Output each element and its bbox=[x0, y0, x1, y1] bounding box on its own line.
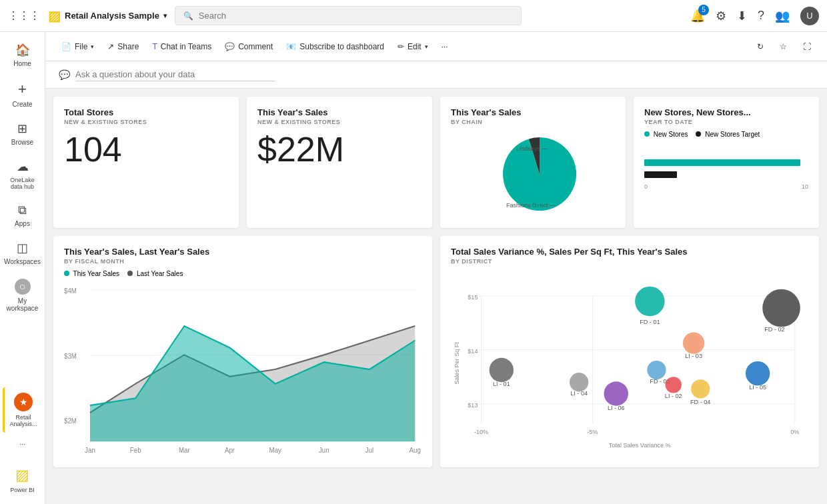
subscribe-button[interactable]: 📧 Subscribe to dashboard bbox=[281, 39, 389, 54]
fullscreen-button[interactable]: ⛶ bbox=[798, 39, 816, 54]
more-options-icon: ··· bbox=[442, 42, 448, 51]
teams-icon: T bbox=[152, 42, 157, 51]
bubble-li03[interactable] bbox=[683, 332, 704, 353]
dropdown-chevron-icon[interactable]: ▾ bbox=[163, 12, 167, 19]
pie-chart: Lindseys — Fashions Direct — bbox=[451, 131, 615, 217]
share-icon: ↗ bbox=[107, 42, 114, 51]
comment-button[interactable]: 💬 Comment bbox=[219, 39, 278, 54]
refresh-button[interactable]: ↻ bbox=[752, 39, 769, 54]
last-year-legend: Last Year Sales bbox=[127, 270, 183, 277]
new-stores-bars bbox=[644, 159, 808, 178]
bubble-fd03[interactable] bbox=[647, 361, 666, 379]
sidebar-item-apps-label: Apps bbox=[15, 220, 30, 227]
bubble-li04[interactable] bbox=[570, 373, 588, 391]
edit-chevron-icon: ▾ bbox=[425, 43, 428, 50]
sidebar-item-create[interactable]: + Create bbox=[3, 75, 43, 113]
bubble-fd02[interactable] bbox=[762, 289, 800, 327]
bubble-li06[interactable] bbox=[604, 381, 628, 405]
svg-text:Mar: Mar bbox=[179, 446, 190, 454]
workspaces-icon: ◫ bbox=[17, 241, 28, 255]
sales-by-chain-title: This Year's Sales bbox=[451, 107, 615, 117]
line-chart-svg: $4M $3M $2M Jan Feb Mar bbox=[64, 283, 422, 456]
svg-text:May: May bbox=[269, 446, 282, 454]
sidebar-item-onelake[interactable]: ☁ OneLake data hub bbox=[3, 154, 43, 195]
sidebar-item-home[interactable]: 🏠 Home bbox=[3, 37, 43, 73]
main-area: 📄 File ▾ ↗ Share T Chat in Teams 💬 Comme… bbox=[45, 32, 827, 504]
user-avatar[interactable]: U bbox=[800, 7, 819, 25]
svg-text:FD - 04: FD - 04 bbox=[690, 399, 710, 405]
new-stores-axis: 0 10 bbox=[644, 183, 808, 190]
onelake-icon: ☁ bbox=[17, 159, 29, 174]
sidebar-item-my-workspace[interactable]: ○ My workspace bbox=[3, 273, 43, 317]
bubble-li05[interactable] bbox=[746, 361, 770, 385]
my-workspace-icon: ○ bbox=[15, 279, 31, 295]
comment-icon: 💬 bbox=[225, 42, 235, 51]
new-stores-legend-item-1: New Stores bbox=[644, 131, 688, 138]
new-stores-bar bbox=[644, 159, 800, 166]
download-button[interactable]: ⬇ bbox=[737, 9, 747, 23]
svg-text:-5%: -5% bbox=[587, 429, 598, 435]
app-title[interactable]: ▨ Retail Analysis Sample ▾ bbox=[48, 8, 167, 24]
svg-text:$2M: $2M bbox=[64, 417, 77, 425]
share-label: Share bbox=[117, 42, 139, 51]
svg-text:Jul: Jul bbox=[365, 446, 373, 454]
bubble-fd01[interactable] bbox=[635, 287, 664, 316]
sales-line-legend: This Year Sales Last Year Sales bbox=[64, 270, 422, 277]
search-bar[interactable]: 🔍 bbox=[175, 6, 522, 25]
sales-line-card: This Year's Sales, Last Year's Sales BY … bbox=[53, 236, 432, 467]
settings-button[interactable]: ⚙ bbox=[716, 9, 726, 23]
new-stores-title: New Stores, New Stores... bbox=[644, 107, 808, 117]
total-stores-card: Total Stores NEW & EXISTING STORES 104 bbox=[53, 97, 239, 228]
file-chevron-icon: ▾ bbox=[91, 43, 94, 50]
nav-right-area: 🔔 5 ⚙ ⬇ ? 👥 U bbox=[690, 7, 819, 25]
sales-by-chain-subtitle: BY CHAIN bbox=[451, 119, 615, 125]
more-options-button[interactable]: ··· bbox=[436, 39, 454, 54]
sidebar-item-workspaces[interactable]: ◫ Workspaces bbox=[3, 235, 43, 271]
line-chart: $4M $3M $2M Jan Feb Mar bbox=[64, 283, 422, 456]
sales-line-title: This Year's Sales, Last Year's Sales bbox=[64, 247, 422, 257]
chat-in-teams-button[interactable]: T Chat in Teams bbox=[147, 39, 217, 54]
bubble-li01[interactable] bbox=[490, 358, 514, 382]
sidebar-item-retail[interactable]: ★ Retail Analysis... bbox=[3, 387, 43, 433]
file-button[interactable]: 📄 File ▾ bbox=[56, 39, 99, 54]
svg-text:Apr: Apr bbox=[225, 446, 235, 454]
help-button[interactable]: ? bbox=[758, 9, 764, 23]
pie-chart-svg: Lindseys — Fashions Direct — bbox=[480, 131, 586, 217]
sidebar-item-apps[interactable]: ⧉ Apps bbox=[3, 198, 43, 233]
bubble-fd04[interactable] bbox=[691, 379, 710, 398]
edit-button[interactable]: ✏ Edit ▾ bbox=[392, 39, 434, 54]
total-stores-subtitle: NEW & EXISTING STORES bbox=[64, 119, 228, 125]
sidebar-item-more[interactable]: ··· bbox=[3, 435, 43, 453]
svg-text:LI - 02: LI - 02 bbox=[665, 393, 682, 399]
sales-line-subtitle: BY FISCAL MONTH bbox=[64, 258, 422, 265]
svg-text:Jun: Jun bbox=[319, 446, 329, 454]
share-button[interactable]: ↗ Share bbox=[102, 39, 144, 54]
search-icon: 🔍 bbox=[183, 11, 193, 21]
this-year-sales-card: This Year's Sales NEW & EXISTING STORES … bbox=[247, 97, 432, 228]
apps-grid-icon[interactable]: ⋮⋮⋮ bbox=[8, 9, 40, 22]
favorite-button[interactable]: ☆ bbox=[774, 39, 792, 54]
svg-text:Total Sales Variance %: Total Sales Variance % bbox=[609, 442, 671, 449]
subscribe-icon: 📧 bbox=[286, 42, 296, 51]
sidebar-item-browse[interactable]: ⊞ Browse bbox=[3, 116, 43, 151]
svg-text:LI - 03: LI - 03 bbox=[685, 353, 702, 359]
total-stores-title: Total Stores bbox=[64, 107, 228, 117]
scatter-chart-subtitle: BY DISTRICT bbox=[451, 258, 808, 265]
axis-end: 10 bbox=[802, 183, 808, 190]
svg-text:Feb: Feb bbox=[130, 446, 141, 454]
refresh-icon: ↻ bbox=[757, 42, 764, 51]
svg-text:$14: $14 bbox=[468, 348, 478, 355]
home-icon: 🏠 bbox=[15, 43, 30, 57]
search-input[interactable] bbox=[199, 11, 513, 21]
browse-icon: ⊞ bbox=[17, 121, 27, 136]
new-stores-subtitle: YEAR TO DATE bbox=[644, 119, 808, 125]
subscribe-label: Subscribe to dashboard bbox=[299, 42, 384, 51]
fashions-direct-label: Fashions Direct — bbox=[506, 202, 556, 209]
this-year-sales-title: This Year's Sales bbox=[257, 107, 422, 117]
qa-input[interactable] bbox=[75, 68, 275, 81]
share-people-button[interactable]: 👥 bbox=[775, 9, 790, 23]
sidebar-item-my-workspace-label: My workspace bbox=[5, 297, 40, 312]
bubble-li02[interactable] bbox=[666, 377, 682, 393]
notifications-button[interactable]: 🔔 5 bbox=[690, 9, 705, 23]
comment-label: Comment bbox=[238, 42, 273, 51]
